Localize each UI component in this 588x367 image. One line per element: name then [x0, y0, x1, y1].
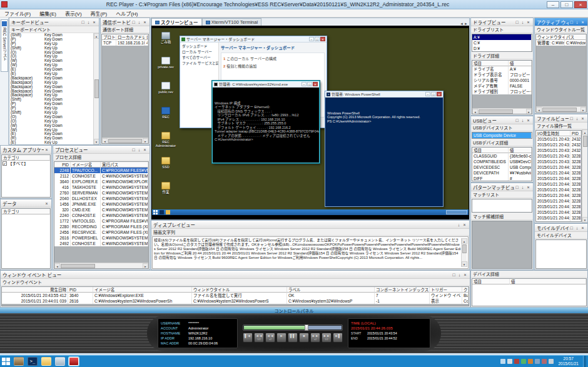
transport-button[interactable]: ◄◄1/2	[254, 333, 264, 343]
table-row[interactable]: ドライブ種別フロッピーディスク	[472, 89, 532, 94]
float-icon[interactable]: □	[131, 146, 136, 153]
float-icon[interactable]: □	[514, 19, 520, 26]
table-row[interactable]: 2015/01/21 20:44:023228	[536, 198, 581, 204]
transport-button[interactable]: ◄◄x2	[265, 333, 275, 343]
pin-icon[interactable]: ↓	[456, 221, 462, 228]
scroll-right-icon[interactable]: ►	[143, 263, 148, 269]
table-row[interactable]: 2015/01/21 20:44:023228	[536, 209, 581, 215]
table-row[interactable]: 416TASKHOSTEC:¥WINDOWS¥SYSTEM32	[54, 184, 148, 190]
scroll-thumb[interactable]	[542, 108, 577, 112]
scroll-right-icon[interactable]: ►	[143, 138, 148, 144]
tray-icon[interactable]	[507, 359, 512, 364]
close-icon[interactable]: ×	[462, 221, 467, 228]
pin-icon[interactable]: ↓	[520, 19, 525, 26]
menu-item[interactable]: ヘルプ(H)	[111, 10, 142, 17]
scroll-down-icon[interactable]: ▼	[582, 217, 588, 223]
table-row[interactable]: 2015/01/21 20:44:013228	[536, 193, 581, 198]
scroll-left-icon[interactable]: ◄	[102, 138, 108, 144]
tray-icon[interactable]	[500, 359, 505, 364]
scroll-thumb[interactable]	[94, 79, 99, 98]
table-row[interactable]: 2616POWERSHELC:¥WINDOWS¥SYSTEM32	[54, 235, 148, 241]
menu-item[interactable]: 表示(V)	[61, 10, 86, 17]
match-list[interactable]	[472, 199, 532, 213]
transport-button[interactable]: ►	[276, 333, 286, 343]
scroll-thumb[interactable]	[108, 139, 142, 143]
checkbox-icon[interactable]: ✓	[3, 161, 7, 166]
table-row[interactable]: TCP192.168.216.1049181	[102, 40, 148, 46]
desktop-icon[interactable]: 作業	[152, 182, 180, 194]
list-item[interactable]: USB Composite Device	[472, 133, 532, 138]
scroll-up-icon[interactable]: ▲	[582, 129, 588, 135]
table-row[interactable]: 2015/01/21 20:44:01 0392616C:¥Windows¥sy…	[2, 298, 469, 304]
table-row[interactable]: 1772VMTOOLSD.C:¥PROGRAM FILES¥VM	[54, 218, 148, 224]
desktop-icon[interactable]: REC	[152, 107, 180, 119]
close-icon[interactable]: ×	[320, 37, 325, 41]
table-row[interactable]: 2015/01/21 20:44:003228	[536, 170, 581, 176]
close-icon[interactable]: ×	[580, 224, 585, 231]
transport-button[interactable]: ▌▌	[288, 333, 298, 343]
table-row[interactable]: 2280RECORDINGC:¥PROGRAM FILES (X8	[54, 224, 148, 229]
desktop-icon[interactable]: REC Administrator	[152, 132, 180, 148]
close-icon[interactable]: ×	[462, 271, 468, 278]
screen-view[interactable]: ごみ箱private.revpublic.revRECREC Administr…	[151, 26, 470, 220]
table-row[interactable]: 2015/01/21 20:44:023228	[536, 204, 581, 209]
pin-icon[interactable]: ↓	[520, 184, 525, 191]
close-icon[interactable]: ×	[580, 115, 585, 122]
minimize-icon[interactable]: –	[425, 92, 430, 96]
show-desktop-button[interactable]	[583, 356, 586, 367]
transport-button[interactable]: ■	[299, 333, 309, 343]
table-row[interactable]: 2015/01/21 20:43:593228	[536, 159, 581, 164]
table-row[interactable]: 管理者: C:¥Windows¥systC:¥Windows¥sy	[536, 40, 586, 46]
table-row[interactable]: 2015/01/21 20:44:033228	[536, 221, 581, 221]
desktop-icon[interactable]: public.rev	[152, 82, 180, 94]
keyboard-event-row[interactable]: (E)Key Up	[9, 141, 93, 144]
pin-icon[interactable]: ↓	[136, 146, 142, 153]
menu-item[interactable]: 再生(P)	[86, 10, 112, 17]
pin-icon[interactable]: ↓	[457, 271, 462, 278]
scroll-left-icon[interactable]: ◄	[54, 263, 60, 269]
float-icon[interactable]: □	[80, 19, 86, 26]
tray-icon[interactable]	[521, 359, 526, 364]
powershell-taskbar-icon[interactable]: >_	[28, 357, 38, 366]
table-row[interactable]: ドライブ表示名フロッピー ディスク ドライブ	[472, 72, 532, 78]
tray-icon[interactable]	[535, 359, 540, 364]
table-row[interactable]: 2015/01/21 20:44:013228	[536, 181, 581, 187]
table-row[interactable]: シリアル番号0000-0001	[472, 78, 532, 83]
nav-item[interactable]: ダッシュボード	[180, 44, 218, 49]
scroll-down-icon[interactable]: ▼	[462, 261, 467, 267]
desktop-icon[interactable]: ごみ箱	[152, 32, 180, 44]
quick-start-item[interactable]: 2役割と機能の追加	[223, 63, 322, 70]
table-row[interactable]: 2240CONHOST.EC:¥WINDOWS¥SYSTEM32	[54, 213, 148, 218]
start-button[interactable]	[2, 358, 10, 365]
scroll-up-icon[interactable]: ▲	[462, 238, 467, 244]
powershell-window[interactable]: > 管理者: Windows PowerShell –□× Windows Po…	[325, 91, 444, 207]
maximize-button[interactable]: □	[560, 1, 573, 8]
table-row[interactable]: 2015/01/21 20:44:003228	[536, 176, 581, 181]
table-row[interactable]: 2456RECSRVICE.C:¥PROGRAM FILES (X8	[54, 229, 148, 235]
list-item[interactable]: ✓【すべて】	[2, 161, 50, 166]
float-icon[interactable]: □	[514, 117, 520, 124]
scroll-thumb[interactable]	[479, 109, 513, 114]
seek-slider[interactable]	[243, 324, 343, 331]
transport-button[interactable]: ►▌	[333, 333, 343, 343]
close-icon[interactable]: ×	[91, 19, 97, 26]
powershell-taskbar-icon[interactable]	[160, 210, 164, 214]
scroll-left-icon[interactable]: ◄	[472, 109, 478, 114]
scroll-down-icon[interactable]: ▼	[94, 139, 99, 144]
float-icon[interactable]: □	[569, 224, 574, 231]
tray-icon[interactable]	[514, 359, 519, 364]
float-icon[interactable]: □	[131, 19, 136, 26]
table-row[interactable]: CLASSGUID{36fc9e60-c465-11...	[472, 153, 532, 159]
minimize-button[interactable]: –	[547, 1, 559, 8]
maximize-icon[interactable]: □	[307, 82, 312, 86]
list-item[interactable]: D:¥	[472, 46, 532, 51]
desktop-icon[interactable]: SSD	[152, 157, 180, 169]
table-row[interactable]: 3640EXPLORER.EC:¥WINDOWS¥EXPLORER	[54, 179, 148, 184]
table-row[interactable]: DIFF#	[472, 176, 532, 181]
table-row[interactable]: 1456JPNIME.EXEC:¥WINDOWS¥SYSTEM32	[54, 201, 148, 207]
scroll-thumb[interactable]	[61, 264, 95, 268]
file-explorer-taskbar-icon[interactable]	[41, 357, 51, 366]
table-row[interactable]: 2015/01/21 20:44:003228	[536, 164, 581, 170]
tray-icon[interactable]	[528, 359, 533, 364]
cmd-window[interactable]: 管理者: C:¥Windows¥system32¥cmd.exe –□× Win…	[212, 81, 320, 163]
